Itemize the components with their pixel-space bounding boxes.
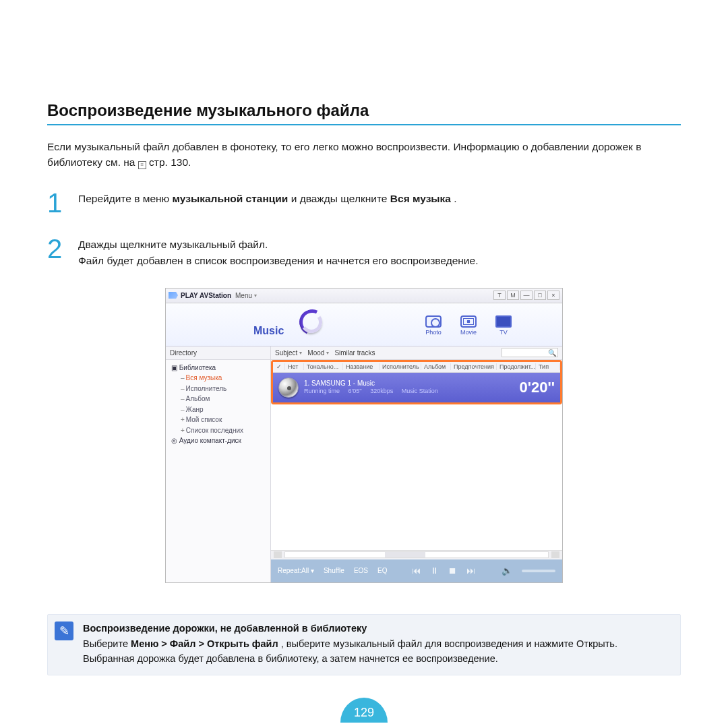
note-line2: Выбранная дорожка будет добавлена в библ…	[83, 653, 498, 664]
col-artist[interactable]: Исполнитель	[380, 363, 421, 370]
stop-button[interactable]: ⏹	[448, 566, 457, 576]
track-runtime: 6'05''	[348, 388, 362, 394]
track-list-area	[271, 404, 562, 550]
step-1-pre: Перейдите в меню	[78, 193, 173, 204]
footer-repeat[interactable]: Repeat:All ▾	[278, 567, 314, 574]
pause-button[interactable]: ⏸	[430, 566, 439, 576]
col-check[interactable]: ✓	[273, 363, 285, 370]
footer-eos[interactable]: EOS	[354, 567, 368, 574]
headphones-icon	[293, 306, 332, 342]
note-bold-path: Меню > Файл > Открыть файл	[131, 638, 278, 649]
tab-tv-label: TV	[499, 329, 508, 336]
track-columns-header: ✓ Нет Тонально... Название Исполнитель А…	[273, 362, 560, 373]
scroll-left-arrow-icon[interactable]	[274, 551, 282, 558]
intro-pre: Если музыкальный файл добавлен в фонотек…	[47, 141, 641, 168]
volume-icon[interactable]: 🔈	[502, 566, 512, 576]
tree-artist[interactable]: –Исполнитель	[171, 384, 269, 394]
directory-heading: Directory	[166, 346, 270, 360]
app-menu-label[interactable]: Menu	[235, 292, 252, 299]
minimize-button[interactable]: ―	[520, 291, 533, 300]
close-button[interactable]: ×	[547, 291, 559, 300]
step-2: 2 Дважды щелкните музыкальный файл. Файл…	[47, 235, 681, 269]
horizontal-scrollbar[interactable]	[271, 550, 562, 559]
tree-audio-cd-label: Аудио компакт-диск	[179, 437, 241, 444]
track-title: 1. SAMSUNG 1 - Music	[304, 379, 514, 388]
maximize-button[interactable]: □	[534, 291, 546, 300]
section-music-label: Music	[253, 325, 284, 337]
tree-recent[interactable]: +Список последних	[171, 425, 269, 436]
disc-icon	[278, 377, 299, 398]
tree-all-music[interactable]: –Вся музыка	[171, 373, 269, 384]
chevron-down-icon: ▾	[326, 350, 329, 356]
tree-library[interactable]: ▣ Библиотека	[171, 363, 269, 373]
step-2-body: Дважды щелкните музыкальный файл. Файл б…	[78, 235, 478, 269]
volume-slider[interactable]	[522, 570, 555, 572]
track-bitrate: 320kbps	[370, 388, 393, 394]
now-playing-highlight: ✓ Нет Тонально... Название Исполнитель А…	[271, 360, 562, 404]
main-content: Subject▾ Mood▾ Similar tracks 🔍 ✓ Нет То…	[271, 346, 562, 582]
col-duration[interactable]: Продолжит...	[497, 363, 536, 370]
scroll-right-arrow-icon[interactable]	[551, 551, 559, 558]
track-elapsed-time: 0'20''	[520, 379, 555, 396]
titlebar-t-button[interactable]: T	[493, 291, 506, 300]
footer-shuffle[interactable]: Shuffle	[324, 567, 344, 574]
filter-bar: Subject▾ Mood▾ Similar tracks 🔍	[271, 346, 562, 360]
tree-mylist-label: Мой список	[186, 416, 222, 423]
filter-similar[interactable]: Similar tracks	[334, 349, 375, 357]
tree-audio-cd[interactable]: ◎ Аудио компакт-диск	[171, 435, 269, 446]
step-1: 1 Перейдите в меню музыкальной станции и…	[47, 189, 681, 216]
step-2-line1: Дважды щелкните музыкальный файл.	[78, 239, 268, 250]
note-box: ✎ Воспроизведение дорожки, не добавленно…	[47, 614, 681, 675]
chevron-down-icon: ▾	[299, 350, 302, 356]
next-button[interactable]: ⏭	[466, 566, 475, 576]
app-window: PLAY AVStation Menu ▾ T M ― □ × Music	[165, 288, 563, 583]
footer-repeat-label: Repeat:All	[278, 567, 309, 574]
page-number: 129	[340, 698, 388, 723]
tab-photo[interactable]: Photo	[422, 315, 445, 336]
tree-album-label: Альбом	[186, 395, 210, 402]
step-1-post: .	[454, 193, 456, 204]
step-2-number: 2	[47, 235, 66, 269]
app-screenshot: PLAY AVStation Menu ▾ T M ― □ × Music	[47, 288, 681, 583]
step-2-line2: Файл будет добавлен в список воспроизвед…	[78, 255, 478, 266]
tree-mylist[interactable]: +Мой список	[171, 415, 269, 425]
col-type[interactable]: Тип	[536, 363, 560, 370]
track-runtime-label: Running time	[304, 388, 340, 394]
prev-button[interactable]: ⏮	[412, 566, 421, 576]
track-source: Music Station	[402, 388, 438, 394]
step-1-bold1: музыкальной станции	[173, 193, 289, 204]
scrollbar-thumb[interactable]	[385, 552, 425, 557]
step-1-number: 1	[47, 189, 66, 216]
footer-eq[interactable]: EQ	[377, 567, 387, 574]
film-reel-icon	[460, 315, 477, 328]
tab-tv[interactable]: TV	[492, 315, 515, 336]
search-input[interactable]: 🔍	[502, 348, 558, 357]
filter-mood[interactable]: Mood▾	[307, 349, 329, 357]
player-footer: Repeat:All ▾ Shuffle EOS EQ ⏮ ⏸ ⏹ ⏭ 🔈	[271, 559, 562, 582]
tv-icon	[495, 315, 512, 328]
now-playing-row[interactable]: 1. SAMSUNG 1 - Music Running time 6'05''…	[273, 373, 560, 402]
note-pre: Выберите	[83, 638, 131, 649]
col-name[interactable]: Название	[343, 363, 380, 370]
col-pref[interactable]: Предпочтения	[451, 363, 497, 370]
col-tone[interactable]: Тонально...	[304, 363, 343, 370]
note-title: Воспроизведение дорожки, не добавленной …	[83, 621, 617, 636]
app-header: Music Photo Movie TV	[166, 303, 562, 346]
filter-subject[interactable]: Subject▾	[275, 349, 302, 357]
tree-genre-label: Жанр	[186, 406, 204, 413]
filter-mood-label: Mood	[307, 349, 324, 357]
col-no[interactable]: Нет	[285, 363, 304, 370]
titlebar-m-button[interactable]: M	[507, 291, 519, 300]
col-album[interactable]: Альбом	[421, 363, 451, 370]
app-title: PLAY AVStation	[181, 292, 231, 299]
intro-paragraph: Если музыкальный файл добавлен в фонотек…	[47, 139, 681, 171]
tree-artist-label: Исполнитель	[186, 385, 227, 392]
tree-album[interactable]: –Альбом	[171, 394, 269, 404]
tab-movie[interactable]: Movie	[457, 315, 480, 336]
intro-post: стр. 130.	[149, 156, 191, 168]
tree-library-label: Библиотека	[179, 364, 216, 371]
search-icon: 🔍	[548, 349, 556, 357]
tree-recent-label: Список последних	[186, 427, 243, 434]
app-logo-icon	[169, 292, 178, 299]
tree-genre[interactable]: –Жанр	[171, 404, 269, 415]
